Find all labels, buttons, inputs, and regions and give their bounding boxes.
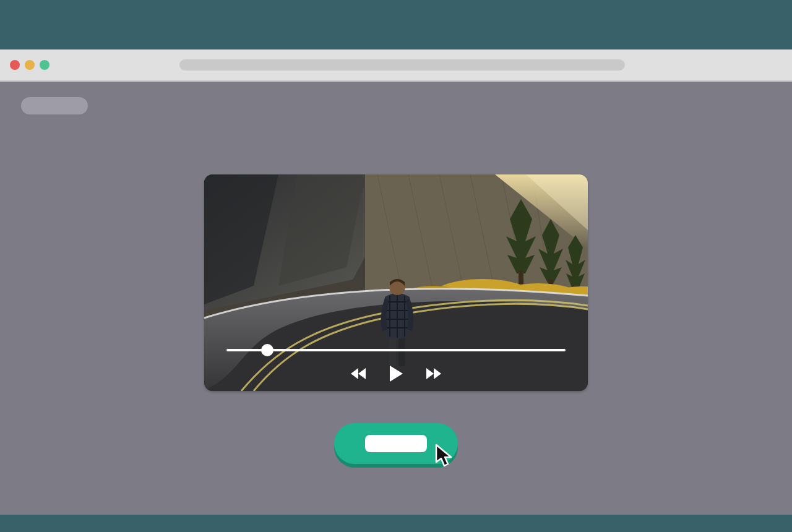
cta-button[interactable] [334,423,458,464]
window-minimize-button[interactable] [25,60,35,70]
video-frame [204,174,588,391]
svg-marker-27 [358,368,366,379]
browser-titlebar [0,49,792,82]
rewind-button[interactable] [349,364,369,384]
fast-forward-icon [424,366,442,381]
window-controls [10,60,50,70]
play-icon [388,364,404,383]
page-content [0,82,792,515]
svg-marker-28 [351,368,358,379]
video-progress-knob[interactable] [261,344,273,356]
svg-marker-29 [390,366,403,382]
url-bar[interactable] [179,59,625,71]
window-maximize-button[interactable] [40,60,50,70]
forward-button[interactable] [423,364,443,384]
rewind-icon [350,366,368,381]
svg-marker-30 [426,368,434,379]
browser-window [0,49,792,515]
cta-button-label [365,435,427,452]
video-player[interactable] [204,174,588,391]
play-button[interactable] [386,364,406,384]
page-tab[interactable] [21,97,88,114]
video-controls [204,361,588,386]
svg-marker-31 [434,368,441,379]
window-close-button[interactable] [10,60,20,70]
video-progress-track[interactable] [226,349,566,351]
